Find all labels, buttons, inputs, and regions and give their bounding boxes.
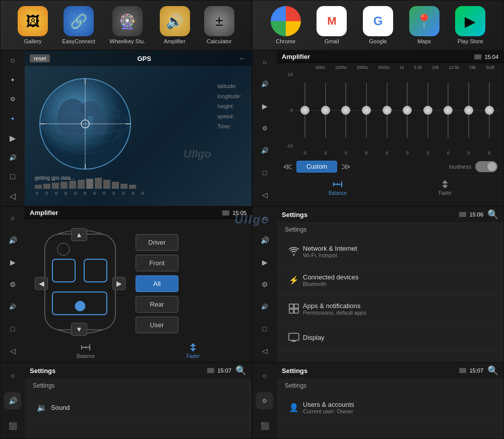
settings-bluetooth-item[interactable]: ⚡ Connected devices Bluetooth (277, 266, 503, 295)
eq-slider-5[interactable] (387, 75, 388, 145)
fader-up-button[interactable]: ▲ (71, 228, 87, 241)
gps-back-icon[interactable]: ← (238, 54, 246, 63)
settings-square-button[interactable]: □ (256, 320, 273, 337)
settings-br-search-icon[interactable]: 🔍 (487, 365, 498, 376)
fader-sound-button[interactable]: 🔊 (4, 232, 21, 249)
settings-apps-item[interactable]: Apps & notifications Permissions, defaul… (277, 295, 503, 323)
fader-home-button[interactable]: ○ (4, 209, 21, 227)
fader-left-button[interactable]: ◀ (35, 277, 48, 290)
eq-thumb-8[interactable] (444, 106, 453, 115)
settings-sound-button[interactable]: 🔊 (256, 232, 273, 249)
eq-slider-6[interactable] (407, 75, 408, 145)
home-button[interactable]: ○ (4, 51, 22, 69)
volume-button[interactable]: 🔊 (4, 149, 22, 167)
settings-sound-item[interactable]: 🔉 Sound (277, 352, 503, 362)
eq-thumb-5[interactable] (383, 106, 392, 115)
eq-loudness-toggle[interactable] (475, 161, 497, 172)
eq-thumb-10[interactable] (485, 106, 494, 115)
eq-thumb-9[interactable] (464, 106, 473, 115)
bluetooth-button[interactable]: ✦ (4, 110, 22, 128)
nav-button-1[interactable]: ✦ (4, 71, 22, 89)
eq-home-button[interactable]: ○ (256, 53, 273, 70)
fader-vol-button[interactable]: 🔊 (4, 298, 21, 315)
fader-fader-button[interactable]: Fader (186, 342, 200, 359)
fader-right-button[interactable]: ▶ (112, 277, 125, 290)
all-button[interactable]: All (136, 275, 178, 292)
settings-bl-header: Settings 15:07 🔍 (25, 363, 251, 378)
settings-network-item[interactable]: Network & Internet Wi-Fi, hotspot (277, 237, 503, 266)
eq-slider-4[interactable] (366, 75, 367, 145)
back-button[interactable]: ◁ (4, 187, 22, 205)
eq-slider-7[interactable] (427, 75, 428, 145)
rear-button[interactable]: Rear (136, 296, 178, 313)
settings-display-item[interactable]: Display (277, 323, 503, 352)
app-amplifier-home[interactable]: 🔊 Amplifier (160, 6, 190, 44)
svg-marker-33 (190, 343, 196, 346)
gps-reset-button[interactable]: reset (30, 54, 50, 62)
app-chrome[interactable]: Chrome (271, 6, 301, 44)
settings-search-icon[interactable]: 🔍 (487, 209, 498, 220)
settings-vol-button[interactable]: 🔊 (256, 298, 273, 315)
eq-thumb-4[interactable] (362, 106, 371, 115)
app-wheelkey[interactable]: 🎡 Wheelkey Stu. (109, 6, 145, 44)
eq-thumb-6[interactable] (403, 106, 412, 115)
bl-home-button[interactable]: ○ (4, 367, 21, 384)
eq-slider-2[interactable] (325, 75, 326, 145)
app-google[interactable]: G Google (363, 6, 393, 44)
app-easyconnect[interactable]: 🔗 EasyConnect (62, 6, 95, 44)
eq-thumb-1[interactable] (300, 106, 309, 115)
br-home-button[interactable]: ○ (256, 367, 273, 384)
fader-back-button[interactable]: ◁ (4, 342, 21, 359)
fader-balance-button[interactable]: Balance (77, 342, 95, 359)
gps-watermark: UIIgo (183, 148, 211, 161)
app-calculator[interactable]: ± Calculator (204, 6, 234, 44)
eq-back-button[interactable]: ◁ (256, 186, 273, 203)
settings-br-users-item[interactable]: 👤 Users & accounts Current user: Owner (277, 393, 503, 422)
br-eq-button[interactable]: ⚙ (256, 392, 273, 409)
square-button[interactable]: □ (4, 168, 22, 186)
eq-slider-8[interactable] (448, 75, 449, 145)
eq-fader-button[interactable]: Fader (438, 179, 452, 196)
bl-apps-button[interactable]: ⬛ (4, 417, 21, 434)
media-button[interactable]: ▶ (4, 129, 22, 147)
app-maps[interactable]: 📍 Maps (409, 6, 439, 44)
settings-bl-sound-item[interactable]: 🔉 Sound (25, 393, 251, 422)
eq-slider-9[interactable] (468, 75, 469, 145)
eq-settings-button[interactable]: ⚙ (256, 120, 273, 137)
eq-slider-10[interactable] (489, 75, 490, 145)
settings-bl-search-icon[interactable]: 🔍 (235, 365, 246, 376)
settings-play-button[interactable]: ▶ (256, 254, 273, 271)
settings-home-button[interactable]: ○ (256, 209, 273, 227)
app-playstore[interactable]: ▶ Play Store (455, 6, 485, 44)
driver-button[interactable]: Driver (136, 234, 178, 251)
settings-button[interactable]: ⚙ (4, 90, 22, 108)
app-gmail[interactable]: M Gmail (317, 6, 347, 44)
gps-lon-label: longitude: (217, 93, 241, 99)
eq-balance-button[interactable]: Balance (329, 179, 347, 196)
eq-square-button[interactable]: □ (256, 164, 273, 181)
eq-nav1-button[interactable]: 🔊 (256, 76, 273, 93)
eq-next-button[interactable]: ≫ (341, 161, 351, 172)
fader-down-button[interactable]: ▼ (71, 323, 87, 336)
front-button[interactable]: Front (136, 255, 178, 271)
settings-back-button[interactable]: ◁ (256, 342, 273, 359)
eq-volume-button[interactable]: 🔊 (256, 142, 273, 159)
user-button[interactable]: User (136, 317, 178, 333)
eq-db-scale: 10 0 -10 (281, 70, 295, 151)
eq-custom-button[interactable]: Custom (296, 161, 337, 173)
eq-slider-3[interactable] (345, 75, 346, 145)
eq-prev-button[interactable]: ≪ (283, 161, 292, 172)
eq-thumb-3[interactable] (341, 106, 350, 115)
fader-play-button[interactable]: ▶ (4, 254, 21, 271)
app-gallery[interactable]: 🖼 Gallery (18, 6, 48, 44)
fader-square-button[interactable]: □ (4, 320, 21, 337)
bl-sound-button[interactable]: 🔊 (4, 392, 21, 409)
eq-thumb-7[interactable] (423, 106, 432, 115)
eq-slider-1[interactable] (304, 75, 305, 145)
bluetooth-sub: Bluetooth (303, 281, 495, 287)
settings-gear-button[interactable]: ⚙ (256, 276, 273, 293)
eq-play-button[interactable]: ▶ (256, 98, 273, 115)
fader-settings-button[interactable]: ⚙ (4, 276, 21, 293)
eq-thumb-2[interactable] (321, 106, 330, 115)
br-apps-button[interactable]: ⬛ (256, 417, 273, 434)
